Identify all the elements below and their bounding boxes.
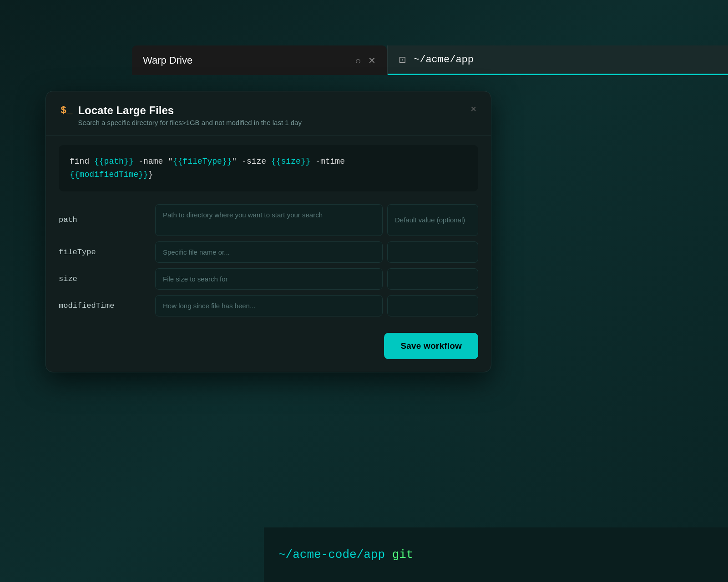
tab-acme-title: ~/acme/app <box>414 54 474 65</box>
size-description-input[interactable] <box>155 268 383 290</box>
param-label-path: path <box>59 204 150 236</box>
command-var-filetype: {{fileType}} <box>173 157 232 166</box>
command-var-modtime: {{modifiedTime}} <box>70 170 148 179</box>
size-default-input[interactable]: +1G <box>387 268 478 290</box>
param-inputs-filetype: * <box>155 241 478 263</box>
command-var-size: {{size}} <box>271 157 310 166</box>
modal-title-area: Locate Large Files Search a specific dir… <box>78 104 302 126</box>
filetype-description-input[interactable] <box>155 241 383 263</box>
tab-warp-drive-title: Warp Drive <box>143 55 348 66</box>
command-text-mid3: -mtime <box>310 157 345 166</box>
path-default-input[interactable] <box>387 204 478 236</box>
command-closing-brace: } <box>148 170 153 179</box>
locate-large-files-modal: $_ Locate Large Files Search a specific … <box>46 91 491 372</box>
modal-subtitle: Search a specific directory for files>1G… <box>78 119 302 126</box>
search-icon[interactable]: ⌕ <box>355 55 361 65</box>
param-inputs-path <box>155 204 478 236</box>
terminal-icon: $_ <box>61 105 72 116</box>
modal-header: $_ Locate Large Files Search a specific … <box>46 91 491 136</box>
save-workflow-button[interactable]: Save workflow <box>384 333 478 359</box>
split-pane-icon: ⊡ <box>399 54 406 65</box>
tab-bar: Warp Drive ⌕ ✕ ⊡ ~/acme/app <box>132 45 728 75</box>
bottom-terminal: ~/acme-code/app git <box>264 527 728 582</box>
modal-close-button[interactable]: × <box>470 104 476 114</box>
param-inputs-size: +1G <box>155 268 478 290</box>
param-row-modifiedtime: modifiedTime +1 <box>59 295 478 316</box>
tab-warp-drive[interactable]: Warp Drive ⌕ ✕ <box>132 45 387 75</box>
param-row-path: path <box>59 204 478 236</box>
param-inputs-modifiedtime: +1 <box>155 295 478 316</box>
close-tab-icon[interactable]: ✕ <box>368 55 376 66</box>
param-label-modifiedtime: modifiedTime <box>59 295 150 316</box>
modal-header-left: $_ Locate Large Files Search a specific … <box>61 104 302 126</box>
param-row-size: size +1G <box>59 268 478 290</box>
modifiedtime-default-input[interactable]: +1 <box>387 295 478 316</box>
param-label-size: size <box>59 268 150 290</box>
command-text-mid1: -name " <box>133 157 172 166</box>
tab-acme[interactable]: ⊡ ~/acme/app <box>388 45 728 75</box>
params-section: path fileType * size +1G <box>46 201 491 333</box>
terminal-path: ~/acme-code/app git <box>278 548 413 562</box>
param-row-filetype: fileType * <box>59 241 478 263</box>
param-label-filetype: fileType <box>59 241 150 263</box>
command-text-mid2: " -size <box>232 157 271 166</box>
modal-title: Locate Large Files <box>78 104 302 117</box>
command-var-path: {{path}} <box>94 157 133 166</box>
modifiedtime-description-input[interactable] <box>155 295 383 316</box>
modal-footer: Save workflow <box>46 333 491 372</box>
command-preview: find {{path}} -name "{{fileType}}" -size… <box>59 145 478 191</box>
path-description-input[interactable] <box>155 204 383 236</box>
filetype-default-input[interactable]: * <box>387 241 478 263</box>
command-text-prefix: find <box>70 157 94 166</box>
